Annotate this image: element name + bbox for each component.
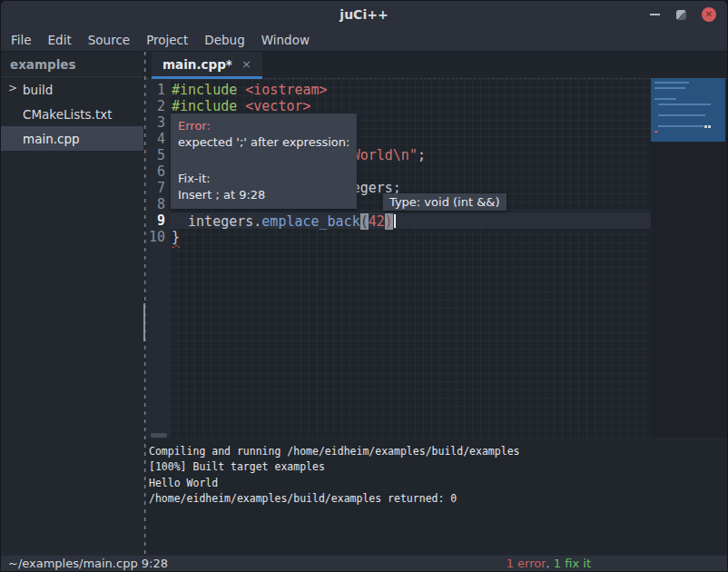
tabbar: main.cpp* × — [146, 52, 727, 79]
line-number: 1 — [146, 82, 170, 98]
line-number: 8 — [146, 196, 170, 212]
minimap-row — [654, 93, 725, 94]
line-number: 2 — [146, 98, 170, 114]
line-number-gutter: 12345678910 — [146, 79, 170, 438]
menu-item-window[interactable]: Window — [253, 30, 318, 50]
scrollbar-thumb[interactable] — [151, 433, 167, 438]
minimize-icon — [650, 14, 660, 15]
tab-close-icon[interactable]: × — [241, 58, 251, 70]
window-controls: ✕ — [649, 1, 716, 28]
menu-item-project[interactable]: Project — [138, 30, 196, 50]
tab-label: main.cpp* — [162, 57, 232, 72]
file-tree-panel: examples >buildCMakeLists.txtmain.cpp — [1, 52, 143, 555]
statusbar: ~/examples/main.cpp 9:28 1 error, 1 fix … — [1, 555, 727, 571]
line-number: 3 — [146, 114, 170, 131]
menu-item-edit[interactable]: Edit — [40, 30, 80, 50]
minimap-row — [654, 131, 725, 133]
minimap-row — [654, 87, 725, 89]
minimap-row — [654, 104, 725, 105]
fixit-count: 1 fix it — [554, 557, 591, 570]
main-panel: main.cpp* × 12345678910 #include <iostre… — [146, 52, 727, 555]
cursor-location: ~/examples/main.cpp 9:28 — [8, 557, 168, 570]
diagnostics-separator: , — [546, 557, 554, 570]
line-number: 7 — [146, 180, 170, 196]
error-count: 1 error — [507, 557, 546, 570]
tooltip-line: expected ';' after expression: — [178, 134, 349, 151]
type-tooltip-text: Type: void (int &&) — [389, 195, 500, 209]
file-tree-item-cmakelists-txt[interactable]: CMakeLists.txt — [1, 102, 143, 126]
maximize-icon[interactable] — [676, 10, 686, 20]
minimap-row — [654, 109, 725, 111]
terminal-line: /home/eidheim/examples/build/examples re… — [149, 491, 727, 507]
titlebar[interactable]: juCi++ ✕ — [1, 1, 727, 28]
pane-separator-handle[interactable] — [143, 303, 145, 341]
line-number: 4 — [146, 131, 170, 147]
minimize-button[interactable] — [649, 9, 661, 21]
text-cursor — [394, 214, 396, 228]
menu-item-file[interactable]: File — [3, 30, 40, 50]
terminal-line: [100%] Built target examples — [149, 459, 727, 475]
code-line-2[interactable]: #include <vector> — [170, 98, 651, 114]
project-name: examples — [1, 52, 143, 77]
terminal-line: Compiling and running /home/eidheim/exam… — [149, 444, 727, 459]
minimap-row — [654, 120, 725, 122]
minimap-row — [654, 98, 725, 100]
diagnostics-summary: 1 error, 1 fix it — [507, 557, 591, 570]
tooltip-line: Insert ; at 9:28 — [178, 187, 349, 203]
tree-item-label: main.cpp — [23, 132, 80, 146]
minimap-viewport[interactable] — [651, 78, 725, 142]
tree-item-label: build — [23, 83, 53, 97]
tooltip-line: Fix-it: — [178, 171, 349, 187]
file-tree-item-build[interactable]: >build — [1, 77, 143, 102]
editor[interactable]: 12345678910 #include <iostream>#include … — [146, 79, 727, 438]
close-button[interactable]: ✕ — [702, 7, 716, 22]
diagnostic-tooltip: Error:expected ';' after expression:Fix-… — [171, 113, 357, 209]
line-number: 5 — [146, 147, 170, 163]
app-window: juCi++ ✕ FileEditSourceProjectDebugWindo… — [0, 0, 728, 572]
type-tooltip: Type: void (int &&) — [383, 193, 507, 211]
minimap-row — [654, 125, 725, 127]
line-number: 6 — [146, 163, 170, 180]
minimap-row — [654, 82, 725, 84]
expander-icon[interactable]: > — [8, 82, 17, 94]
tree-item-label: CMakeLists.txt — [23, 107, 113, 122]
menubar: FileEditSourceProjectDebugWindow — [1, 28, 727, 52]
window-title: juCi++ — [1, 1, 727, 28]
line-number: 10 — [146, 229, 170, 245]
terminal-output[interactable]: Compiling and running /home/eidheim/exam… — [146, 438, 727, 555]
code-line-10[interactable]: } — [170, 229, 651, 245]
file-tree-item-main-cpp[interactable]: main.cpp — [1, 126, 143, 151]
minimap-row — [654, 114, 725, 116]
code-line-1[interactable]: #include <iostream> — [170, 82, 651, 98]
menu-item-source[interactable]: Source — [80, 30, 138, 50]
menu-item-debug[interactable]: Debug — [196, 30, 252, 50]
file-tree: >buildCMakeLists.txtmain.cpp — [1, 77, 143, 151]
window-body: examples >buildCMakeLists.txtmain.cpp ma… — [1, 52, 727, 555]
minimap[interactable] — [651, 79, 727, 438]
tab-main-cpp[interactable]: main.cpp* × — [152, 52, 262, 79]
code-line-9[interactable]: integers.emplace_back(42) — [170, 212, 651, 229]
line-number: 9 — [146, 212, 170, 229]
tooltip-line: Error: — [178, 118, 349, 134]
terminal-line: Hello World — [149, 476, 727, 491]
